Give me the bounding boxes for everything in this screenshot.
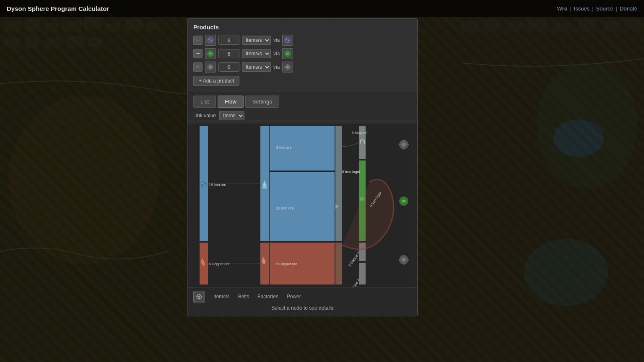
svg-rect-49 [290,67,291,67]
svg-rect-42 [207,67,208,67]
tab-flow[interactable]: Flow [218,96,243,108]
tabs-section: List Flow Settings Link value Items Belt… [187,91,417,120]
tab-list[interactable]: List [193,96,216,108]
svg-rect-69 [403,263,404,265]
copper-ingot-output-bottom[interactable] [359,263,366,284]
svg-rect-48 [284,67,286,67]
via-icon-2 [282,48,293,59]
svg-rect-11 [105,23,119,31]
link-value-label: Link value [193,113,216,119]
item-icon-1 [205,35,216,46]
svg-point-75 [198,296,200,297]
svg-rect-15 [25,37,39,49]
gear-item-icon [206,63,215,71]
factories-label: Factories [257,294,278,300]
svg-rect-70 [399,259,400,260]
svg-rect-13 [147,22,159,31]
unit-select-2[interactable]: Items/s Belts [242,49,271,58]
unit-select-3[interactable]: Items/s Belts [242,62,271,72]
main-panel: Products − Items/s Belts via [187,18,418,316]
svg-rect-76 [199,294,200,295]
product-row-2: − Items/s Belts via [193,48,411,59]
tab-settings[interactable]: Settings [245,96,279,108]
via-gear-icon [283,63,292,71]
via-icon-1 [282,35,293,46]
item-icon-2 [205,48,216,59]
svg-point-2 [8,96,159,264]
svg-rect-16 [46,39,61,47]
qty-input-1[interactable] [218,36,239,45]
svg-point-53 [204,185,205,186]
product-row-3: − Items/s Belts via [193,62,411,72]
svg-rect-79 [201,296,203,297]
remove-product-2[interactable]: − [193,49,203,58]
svg-rect-19 [461,21,479,32]
svg-point-4 [524,239,608,306]
nav-links: Wiki | Issues | Source | Donate [557,5,637,12]
cog-icon [196,293,203,300]
iron-ore-icon [206,36,215,44]
sep3: | [616,5,617,12]
iron-ingot-column[interactable] [335,126,342,241]
svg-rect-7 [25,19,40,31]
svg-point-39 [209,66,212,68]
via-item-icon-2 [283,49,292,58]
iron-ore-split-top-label: 6 Iron ore [276,145,292,150]
svg-rect-78 [196,296,197,297]
copper-ingot-column[interactable] [335,243,342,284]
svg-rect-41 [210,69,211,70]
via-label-1: via [273,37,280,43]
svg-rect-61 [403,140,404,141]
remove-product-3[interactable]: − [193,62,203,72]
nav-issues[interactable]: Issues [574,5,590,12]
qty-input-2[interactable] [218,49,239,58]
qty-input-3[interactable] [218,62,239,72]
svg-rect-9 [63,21,82,31]
app-title: Dyson Sphere Program Calculator [7,5,109,12]
nav-source[interactable]: Source [596,5,613,12]
svg-rect-40 [210,64,211,65]
svg-rect-26 [625,18,641,30]
svg-rect-77 [199,299,200,300]
svg-point-33 [286,38,290,42]
settings-cog-button[interactable] [193,291,205,303]
svg-rect-23 [553,22,569,32]
svg-point-51 [201,181,207,187]
nav-wiki[interactable]: Wiki [557,5,568,12]
svg-point-60 [402,142,406,147]
select-node-text: Select a node to see details [193,305,411,313]
sep2: | [592,5,593,12]
iron-ingot-label-1: 6 Iron ingot [342,170,360,174]
svg-rect-21 [507,22,522,31]
svg-rect-12 [126,19,143,31]
link-value-select[interactable]: Items Belts [219,111,244,120]
svg-rect-63 [399,144,400,145]
item-icon-3 [205,62,216,72]
via-label-3: via [273,64,280,70]
svg-rect-10 [84,17,101,29]
remove-product-1[interactable]: − [193,36,203,45]
bottom-stats: Items/s Belts Factories Power [193,291,411,303]
svg-point-67 [402,258,406,262]
copper-ore-label-1: 6 Copper ore [209,262,230,266]
svg-point-30 [209,39,210,40]
svg-rect-64 [407,144,409,145]
flow-diagram[interactable]: 18 Iron ore 6 Iron ore 12 Iron ore 6 Mag… [187,124,417,287]
magnet-label: 6 Magnet [352,131,367,135]
via-item-icon-1 [283,36,292,44]
svg-rect-6 [4,21,21,31]
svg-rect-20 [484,18,500,32]
svg-rect-25 [604,21,619,31]
svg-rect-18 [88,38,102,47]
unit-select-1[interactable]: Items/s Belts [242,36,271,45]
svg-point-34 [286,39,287,40]
nav-donate[interactable]: Donate [620,5,637,12]
svg-rect-47 [287,69,288,70]
svg-rect-43 [213,67,214,67]
svg-point-31 [211,40,212,41]
svg-rect-24 [579,19,595,31]
add-product-button[interactable]: + Add a product [193,76,239,86]
svg-rect-46 [287,64,288,65]
svg-rect-8 [46,23,59,31]
copper-ore-block-label: 6 Copper ore [276,262,297,266]
